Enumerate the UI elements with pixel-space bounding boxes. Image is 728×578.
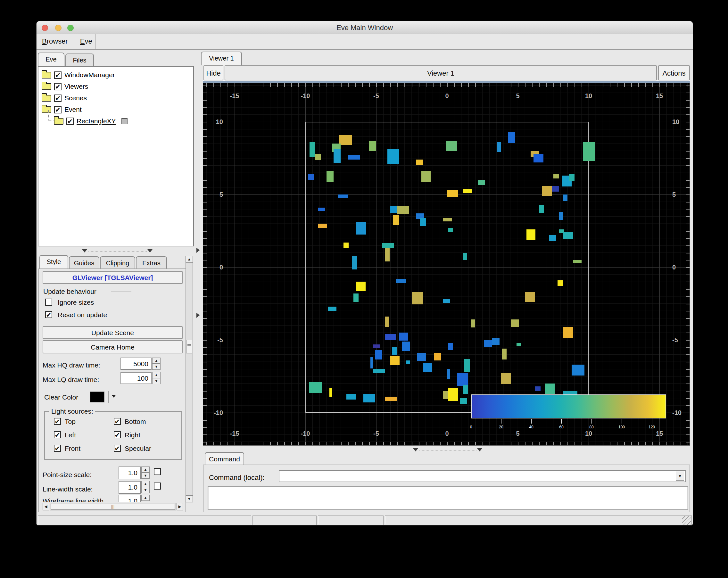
tab-extras[interactable]: Extras (136, 256, 167, 268)
splitter-collapse-icon[interactable] (82, 249, 87, 253)
tree-item-checkbox[interactable]: ✔ (54, 72, 61, 79)
clear-color-swatch[interactable] (90, 392, 104, 402)
tab-viewer-1[interactable]: Viewer 1 (201, 52, 242, 65)
scroll-down-icon[interactable]: ▼ (185, 495, 193, 502)
axis-tick (490, 442, 490, 446)
update-scene-button[interactable]: Update Scene (43, 326, 183, 339)
tree-item-label[interactable]: Viewers (64, 83, 88, 90)
tree-item-label[interactable]: WindowManager (64, 71, 115, 79)
eve-tree-panel[interactable]: ✔WindowManager✔Viewers✔Scenes✔Event✔Rect… (38, 66, 194, 246)
camera-home-button[interactable]: Camera Home (43, 340, 183, 353)
tree-item-scenes[interactable]: ✔Scenes (42, 93, 87, 103)
data-rect (583, 142, 595, 161)
splitter-handle[interactable] (419, 450, 476, 450)
hscrollbar-track[interactable]: ||| (50, 503, 176, 510)
command-history-dropdown[interactable]: ▼ (676, 472, 684, 481)
down-arrow-icon[interactable]: ▼ (152, 364, 160, 370)
wireframe-width-stepper[interactable]: ▲ (141, 495, 150, 501)
glviewer-header-button[interactable]: GLViewer [TGLSAViewer] (43, 271, 183, 284)
tree-item-checkbox[interactable]: ✔ (66, 117, 74, 125)
menu-browser[interactable]: Browser (42, 37, 68, 46)
hscrollbar-thumb[interactable]: ||| (51, 504, 175, 510)
title-bar[interactable]: Eve Main Window (36, 21, 693, 34)
tab-guides[interactable]: Guides (69, 256, 99, 268)
tab-style[interactable]: Style (40, 255, 68, 268)
splitter-collapse-icon[interactable] (477, 448, 482, 451)
expand-panel-icon[interactable] (197, 248, 200, 253)
tab-files[interactable]: Files (66, 53, 94, 66)
tree-item-label[interactable]: Event (64, 106, 82, 113)
menu-eve[interactable]: Eve (80, 37, 92, 46)
axis-tick (206, 442, 207, 446)
point-size-checkbox[interactable] (154, 468, 161, 475)
tree-item-marker[interactable] (122, 118, 128, 124)
expand-panel-icon[interactable] (197, 313, 200, 318)
tree-item-windowmanager[interactable]: ✔WindowManager (42, 70, 115, 80)
light-bottom-checkbox[interactable]: ✔ (114, 418, 121, 425)
light-front-checkbox[interactable]: ✔ (54, 445, 61, 452)
scroll-up-icon[interactable]: ▲ (185, 256, 193, 263)
line-width-checkbox[interactable] (154, 482, 161, 490)
up-arrow-icon[interactable]: ▲ (141, 467, 150, 473)
vscrollbar-track[interactable] (185, 263, 193, 495)
light-right-checkbox[interactable]: ✔ (114, 431, 121, 438)
axis-tick (319, 83, 320, 87)
tree-item-label[interactable]: Scenes (64, 94, 87, 102)
light-specular-checkbox[interactable]: ✔ (114, 445, 121, 452)
ignore-sizes-checkbox[interactable] (45, 298, 52, 306)
vscrollbar-thumb[interactable] (186, 340, 192, 353)
tree-item-rectanglexy[interactable]: ✔RectangleXY (54, 116, 128, 126)
max-hq-stepper[interactable]: ▲▼ (152, 358, 160, 370)
up-arrow-icon[interactable]: ▲ (141, 481, 150, 487)
tree-item-checkbox[interactable]: ✔ (54, 95, 61, 102)
axis-tick (440, 442, 441, 446)
hide-button[interactable]: Hide (204, 65, 223, 80)
data-rect (557, 280, 563, 286)
axis-tick (383, 83, 384, 87)
up-arrow-icon[interactable]: ▲ (152, 358, 160, 364)
tree-item-label[interactable]: RectangleXY (77, 117, 116, 125)
splitter-handle[interactable] (88, 251, 147, 252)
tree-item-event[interactable]: ✔Event (42, 104, 82, 115)
light-sources-label: Light sources: (49, 408, 95, 415)
resize-grip-icon[interactable] (682, 516, 691, 525)
axis-tick (686, 274, 690, 275)
axis-tick (203, 318, 207, 319)
point-size-spinbox[interactable]: 1.0 (119, 467, 141, 479)
axis-tick (638, 442, 639, 446)
colorbar-tick (622, 419, 622, 424)
up-arrow-icon[interactable]: ▲ (152, 372, 160, 378)
down-arrow-icon[interactable]: ▼ (141, 473, 150, 479)
down-arrow-icon[interactable]: ▼ (152, 378, 160, 384)
scroll-right-icon[interactable]: ▶ (177, 503, 183, 510)
light-top-checkbox[interactable]: ✔ (54, 418, 61, 425)
tree-item-viewers[interactable]: ✔Viewers (42, 81, 88, 91)
reset-on-update-checkbox[interactable]: ✔ (45, 311, 52, 318)
tree-item-checkbox[interactable]: ✔ (54, 106, 61, 113)
gl-viewport[interactable]: -15-15-10-10-5-500551010151510105500-5-5… (203, 83, 690, 446)
line-width-spinbox[interactable]: 1.0 (119, 481, 141, 494)
max-lq-stepper[interactable]: ▲▼ (152, 372, 160, 384)
light-left-checkbox[interactable]: ✔ (54, 431, 61, 438)
max-hq-spinbox[interactable]: 5000 (121, 358, 152, 370)
data-rect (399, 333, 408, 341)
tab-eve[interactable]: Eve (38, 53, 64, 66)
viewer-title-bar[interactable]: Viewer 1 (225, 65, 657, 80)
command-input[interactable]: ▼ (279, 470, 686, 482)
tree-item-checkbox[interactable]: ✔ (54, 83, 61, 90)
scroll-left-icon[interactable]: ◀ (43, 503, 49, 510)
splitter-collapse-icon[interactable] (413, 448, 418, 451)
down-arrow-icon[interactable]: ▼ (141, 487, 150, 493)
tab-clipping[interactable]: Clipping (100, 256, 135, 268)
point-size-stepper[interactable]: ▲▼ (141, 467, 150, 479)
line-width-stepper[interactable]: ▲▼ (141, 481, 150, 493)
actions-button[interactable]: Actions (658, 65, 690, 80)
splitter-collapse-icon[interactable] (148, 249, 153, 253)
up-arrow-icon[interactable]: ▲ (141, 495, 150, 501)
tab-command[interactable]: Command (205, 452, 244, 465)
color-dropdown-icon[interactable] (111, 395, 116, 398)
axis-tick (687, 442, 688, 446)
max-lq-spinbox[interactable]: 100 (121, 372, 152, 384)
command-output-area[interactable] (208, 487, 688, 510)
axis-tick (203, 216, 207, 217)
